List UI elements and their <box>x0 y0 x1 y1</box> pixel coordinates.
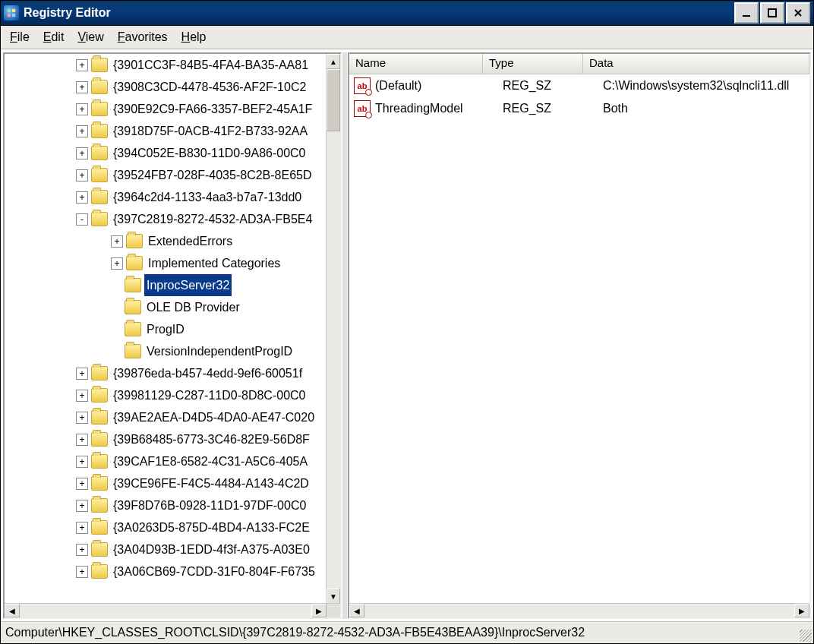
tree-item[interactable]: +{39876eda-b457-4edd-9ef6-60051f <box>5 362 327 384</box>
menubar: FileEditViewFavoritesHelp <box>1 26 813 49</box>
scroll-thumb[interactable] <box>327 69 340 131</box>
expand-icon[interactable]: + <box>76 522 88 534</box>
expand-icon[interactable]: + <box>76 147 88 159</box>
expand-icon[interactable]: + <box>76 191 88 204</box>
folder-icon <box>125 278 141 292</box>
tree-item-label: {39F8D76B-0928-11D1-97DF-00C0 <box>111 494 308 516</box>
close-button[interactable] <box>786 2 810 24</box>
tree-item[interactable]: -{397C2819-8272-4532-AD3A-FB5E4 <box>5 208 327 230</box>
menu-favorites[interactable]: Favorites <box>113 29 175 46</box>
column-header-data[interactable]: Data <box>583 54 809 74</box>
scroll-up-button[interactable]: ▲ <box>327 54 340 69</box>
column-header-name[interactable]: Name <box>349 54 483 74</box>
tree-item-label: {3964c2d4-1133-4aa3-b7a7-13dd0 <box>111 186 304 208</box>
tree-item[interactable]: +{394C052E-B830-11D0-9A86-00C0 <box>5 142 327 164</box>
tree-item-label: {39524FB7-028F-4035-8C2B-8E65D <box>111 164 314 186</box>
tree-item[interactable]: +{3964c2d4-1133-4aa3-b7a7-13dd0 <box>5 186 327 208</box>
expand-icon[interactable]: + <box>76 169 88 182</box>
column-header-type[interactable]: Type <box>483 54 583 74</box>
folder-icon <box>91 80 108 94</box>
value-row[interactable]: ab(Default)REG_SZC:\Windows\system32\sql… <box>349 74 809 97</box>
tree-item[interactable]: OLE DB Provider <box>5 296 327 318</box>
tree-item[interactable]: +{39F8D76B-0928-11D1-97DF-00C0 <box>5 494 327 516</box>
expand-icon[interactable]: + <box>76 390 88 402</box>
scroll-right-button[interactable]: ▶ <box>311 604 327 617</box>
tree-item[interactable]: +{3918D75F-0ACB-41F2-B733-92AA <box>5 120 327 142</box>
scroll-corner <box>327 604 340 617</box>
titlebar[interactable]: Registry Editor <box>1 1 813 26</box>
string-value-icon: ab <box>354 77 371 94</box>
tree-item[interactable]: +{39AE2AEA-D4D5-4DA0-AE47-C020 <box>5 406 327 428</box>
value-row[interactable]: abThreadingModelREG_SZBoth <box>349 97 809 120</box>
folder-icon <box>91 388 108 402</box>
scroll-down-button[interactable]: ▼ <box>327 589 340 604</box>
expand-icon[interactable]: + <box>76 81 88 93</box>
scroll-track-h[interactable] <box>20 604 311 617</box>
expand-icon[interactable]: + <box>76 456 88 468</box>
scroll-left-button[interactable]: ◀ <box>5 604 20 617</box>
splitter[interactable] <box>342 52 347 619</box>
tree-item[interactable]: +{3A06CB69-7CDD-31F0-804F-F6735 <box>5 560 327 582</box>
registry-tree[interactable]: +{3901CC3F-84B5-4FA4-BA35-AA81+{3908C3CD… <box>5 54 327 604</box>
tree-item-label: {3A0263D5-875D-4BD4-A133-FC2E <box>111 516 312 538</box>
tree-item[interactable]: +{3908C3CD-4478-4536-AF2F-10C2 <box>5 76 327 98</box>
statusbar-path: Computer\HKEY_CLASSES_ROOT\CLSID\{397C28… <box>5 626 585 639</box>
tree-item[interactable]: +{3A0263D5-875D-4BD4-A133-FC2E <box>5 516 327 538</box>
menu-help[interactable]: Help <box>177 29 214 46</box>
tree-item[interactable]: ProgID <box>5 318 327 340</box>
tree-item[interactable]: +{39CE96FE-F4C5-4484-A143-4C2D <box>5 472 327 494</box>
resize-grip[interactable] <box>800 630 812 642</box>
scroll-right-button[interactable]: ▶ <box>794 604 809 617</box>
value-list[interactable]: ab(Default)REG_SZC:\Windows\system32\sql… <box>349 74 809 604</box>
expand-icon[interactable]: + <box>76 59 88 71</box>
tree-item-label: {3908C3CD-4478-4536-AF2F-10C2 <box>111 76 308 98</box>
folder-icon <box>91 542 108 557</box>
tree-item-label: Implemented Categories <box>146 252 282 274</box>
menu-file[interactable]: File <box>5 29 37 46</box>
regedit-icon <box>4 5 19 21</box>
scroll-track-h[interactable] <box>364 604 794 617</box>
folder-icon <box>91 432 108 447</box>
tree-item[interactable]: +{39981129-C287-11D0-8D8C-00C0 <box>5 384 327 406</box>
tree-hscrollbar[interactable]: ◀ ▶ <box>5 603 340 617</box>
tree-item-label: {39CAF1E8-6582-4C31-A5C6-405A <box>111 450 310 472</box>
tree-vscrollbar[interactable]: ▲ ▼ <box>326 54 340 604</box>
expand-icon[interactable]: + <box>76 125 88 137</box>
tree-item[interactable]: +{39B68485-6773-3C46-82E9-56D8F <box>5 428 327 450</box>
tree-item[interactable]: +{39524FB7-028F-4035-8C2B-8E65D <box>5 164 327 186</box>
expand-icon[interactable]: + <box>76 412 88 424</box>
tree-item[interactable]: +Implemented Categories <box>5 252 327 274</box>
expand-icon[interactable]: + <box>76 566 88 578</box>
minimize-button[interactable] <box>734 2 759 24</box>
tree-item[interactable]: +{3A04D93B-1EDD-4f3f-A375-A03E0 <box>5 538 327 560</box>
tree-item[interactable]: VersionIndependentProgID <box>5 340 327 362</box>
menu-view[interactable]: View <box>73 29 111 46</box>
folder-icon <box>91 190 108 204</box>
tree-item[interactable]: InprocServer32 <box>5 274 327 296</box>
expand-icon[interactable]: + <box>76 434 88 446</box>
tree-item[interactable]: +{39CAF1E8-6582-4C31-A5C6-405A <box>5 450 327 472</box>
collapse-icon[interactable]: - <box>76 213 88 226</box>
expand-icon[interactable]: + <box>76 103 88 115</box>
expand-icon[interactable]: + <box>76 544 88 556</box>
list-header[interactable]: Name Type Data <box>349 54 809 74</box>
scroll-left-button[interactable]: ◀ <box>349 604 364 617</box>
tree-item-label: {39981129-C287-11D0-8D8C-00C0 <box>111 384 308 406</box>
expand-icon[interactable]: + <box>111 257 123 270</box>
scroll-track[interactable] <box>327 131 340 589</box>
folder-icon <box>91 212 108 226</box>
svg-rect-4 <box>743 15 750 17</box>
list-hscrollbar[interactable]: ◀ ▶ <box>349 603 809 617</box>
menu-edit[interactable]: Edit <box>39 29 72 46</box>
expand-icon[interactable]: + <box>111 235 123 248</box>
maximize-button[interactable] <box>760 2 784 24</box>
tree-item[interactable]: +{3901CC3F-84B5-4FA4-BA35-AA81 <box>5 54 327 76</box>
tree-item[interactable]: +ExtendedErrors <box>5 230 327 252</box>
expand-icon[interactable]: + <box>76 368 88 380</box>
expand-icon[interactable]: + <box>76 500 88 512</box>
svg-rect-5 <box>768 9 776 17</box>
expand-icon[interactable]: + <box>76 478 88 490</box>
tree-item-label: ExtendedErrors <box>146 230 235 252</box>
tree-item[interactable]: +{390E92C9-FA66-3357-BEF2-45A1F <box>5 98 327 120</box>
no-expand-icon <box>111 302 121 313</box>
